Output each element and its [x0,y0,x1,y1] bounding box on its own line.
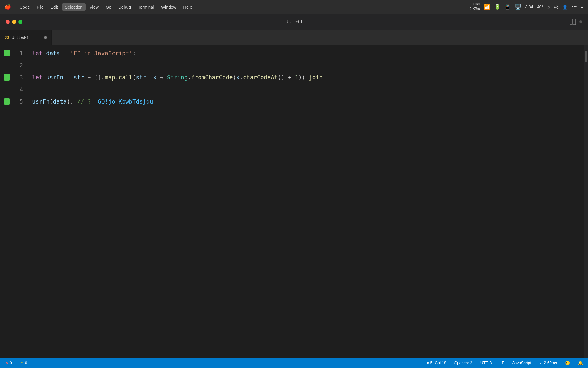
network-status: 3 KB/s3 KB/s [470,2,480,11]
menu-edit[interactable]: Edit [48,3,61,11]
status-bar: ✕ 0 ⚠ 0 Ln 5, Col 18 Spaces: 2 UTF-8 LF … [0,358,588,368]
language-text: JavaScript [512,361,531,365]
menu-items: Code File Edit Selection View Go Debug T… [17,3,195,11]
status-right: Ln 5, Col 18 Spaces: 2 UTF-8 LF JavaScri… [423,360,585,366]
table-row: 5 usrFn(data); // ? GQ!jo!KbwbTdsjqu [0,95,584,108]
menu-view[interactable]: View [87,3,102,11]
timing-text: ✓ 2.62ms [539,361,557,365]
editor-tab[interactable]: JS Untitled-1 [0,30,52,45]
window-controls [6,20,22,24]
bell-icon: 🔔 [578,361,583,365]
breakpoint-5[interactable] [4,98,10,105]
table-row: 3 let usrFn = str ⇒ [].map.call(str, x ⇒… [0,71,584,83]
line-code-3[interactable]: let usrFn = str ⇒ [].map.call(str, x ⇒ S… [30,71,323,83]
encoding[interactable]: UTF-8 [479,360,494,366]
maximize-button[interactable] [18,20,22,24]
search-icon[interactable]: ⌕ [547,4,550,9]
menu-selection[interactable]: Selection [62,3,86,11]
menu-right: 3 KB/s3 KB/s 📶 🔋 📱 🖥️ 3.84 40° ⌕ ◎ 👤 •••… [470,2,583,11]
smiley-icon: 🙂 [565,361,570,365]
tab-label: Untitled-1 [11,35,29,40]
code-lines: 1 let data = 'FP in JavaScript'; 2 3 let… [0,45,584,108]
line-code-1[interactable]: let data = 'FP in JavaScript'; [30,47,136,59]
monitor-icon: 🖥️ [515,4,521,10]
menu-terminal[interactable]: Terminal [135,3,157,11]
spaces-text: Spaces: 2 [454,361,472,365]
status-dot [579,20,582,23]
warning-icon: ⚠ [20,361,24,365]
line-number-2: 2 [14,59,30,71]
phone-icon: 📱 [504,4,511,10]
scrollbar-track[interactable] [584,45,588,358]
breakpoint-1[interactable] [4,50,10,56]
line-number-5: 5 [14,95,30,108]
eol[interactable]: LF [498,360,506,366]
timing[interactable]: ✓ 2.62ms [537,360,559,366]
minimize-button[interactable] [12,20,16,24]
cpu-display: 3.84 [525,5,533,9]
close-button[interactable] [6,20,10,24]
menu-bar: 🍎 Code File Edit Selection View Go Debug… [0,0,588,14]
warning-count[interactable]: ⚠ 0 [18,360,29,366]
breakpoint-gutter-3[interactable] [0,74,14,80]
error-icon: ✕ [5,361,9,365]
language-mode[interactable]: JavaScript [511,360,533,366]
feedback-button[interactable]: 🙂 [563,360,572,366]
indentation[interactable]: Spaces: 2 [453,360,474,366]
encoding-text: UTF-8 [480,361,492,365]
more-icon[interactable]: ••• [572,4,577,9]
svg-rect-0 [570,19,572,25]
window-title: Untitled-1 [285,20,303,24]
error-count[interactable]: ✕ 0 [3,360,14,366]
menu-go[interactable]: Go [103,3,114,11]
breakpoint-gutter-1[interactable] [0,50,14,56]
menu-file[interactable]: File [34,3,47,11]
warning-count-value: 0 [25,361,27,365]
battery-icon: 🔋 [494,4,500,10]
wifi-icon: 📶 [484,4,490,10]
menu-window[interactable]: Window [158,3,179,11]
line-number-1: 1 [14,47,30,59]
wifi-icon2: ◎ [554,4,558,10]
line-code-5[interactable]: usrFn(data); // ? GQ!jo!KbwbTdsjqu [30,95,153,108]
tab-bar: JS Untitled-1 [0,30,588,45]
title-bar: Untitled-1 [0,14,588,30]
breakpoint-gutter-5[interactable] [0,98,14,105]
temp-display: 40° [537,5,543,9]
user-icon: 👤 [562,4,568,10]
apple-menu[interactable]: 🍎 [5,4,11,10]
editor-content[interactable]: 1 let data = 'FP in JavaScript'; 2 3 let… [0,45,584,358]
editor-area: 1 let data = 'FP in JavaScript'; 2 3 let… [0,45,588,358]
scrollbar-thumb[interactable] [585,51,587,62]
cursor-position[interactable]: Ln 5, Col 18 [423,360,448,366]
menu-code[interactable]: Code [17,3,33,11]
position-text: Ln 5, Col 18 [425,361,446,365]
menu-help[interactable]: Help [180,3,195,11]
table-row: 4 [0,83,584,95]
breakpoint-3[interactable] [4,74,10,80]
line-number-4: 4 [14,83,30,95]
table-row: 1 let data = 'FP in JavaScript'; [0,47,584,59]
layout-icon[interactable] [570,19,576,25]
title-bar-right [570,19,582,25]
error-count-value: 0 [10,361,12,365]
line-number-3: 3 [14,71,30,83]
eol-text: LF [500,361,504,365]
notifications-button[interactable]: 🔔 [576,360,585,366]
status-left: ✕ 0 ⚠ 0 [3,360,29,366]
tab-unsaved-dot [44,36,47,39]
svg-rect-1 [573,19,576,25]
tab-file-icon: JS [5,35,9,39]
table-row: 2 [0,59,584,71]
list-icon[interactable]: ≡ [581,4,583,9]
menu-debug[interactable]: Debug [115,3,134,11]
